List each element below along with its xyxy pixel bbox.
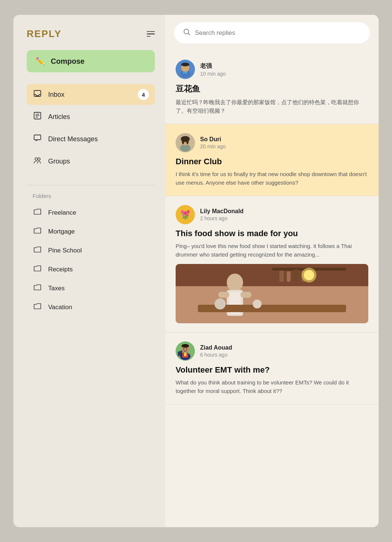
- inbox-icon: [33, 89, 42, 100]
- folder-label-taxes: Taxes: [48, 285, 64, 292]
- compose-label: Compose: [51, 57, 84, 66]
- svg-point-35: [227, 274, 243, 291]
- message-header: So Duri 20 min ago: [176, 133, 368, 152]
- message-card[interactable]: 老强 10 min ago 豆花鱼 最近忙吗？昨晚我去了你最爱的那家饭馆，点了他…: [165, 51, 379, 124]
- direct-messages-icon: [33, 134, 42, 144]
- svg-point-24: [187, 210, 190, 213]
- folder-item-receipts[interactable]: Receipts: [27, 260, 155, 278]
- sender-name: Ziad Aouad: [200, 344, 232, 351]
- avatar: [176, 341, 195, 361]
- folder-icon: [33, 303, 42, 311]
- svg-rect-41: [279, 271, 284, 282]
- svg-rect-14: [183, 72, 187, 74]
- sidebar: REPLY ✏️ Compose Inbox 4: [13, 15, 165, 527]
- sender-info: 老强 10 min ago: [200, 62, 226, 77]
- svg-line-9: [188, 33, 190, 35]
- search-bar-container: [165, 15, 379, 51]
- sender-info: Ziad Aouad 6 hours ago: [200, 344, 232, 358]
- groups-icon: [33, 156, 42, 166]
- message-preview: What do you think about training to be v…: [176, 379, 368, 395]
- sidebar-item-inbox[interactable]: Inbox 4: [27, 84, 155, 105]
- sidebar-header: REPLY: [27, 28, 155, 40]
- sender-name: So Duri: [200, 136, 226, 143]
- svg-point-58: [186, 348, 187, 350]
- message-header: Lily MacDonald 2 hours ago: [176, 205, 368, 224]
- app-container: REPLY ✏️ Compose Inbox 4: [0, 0, 392, 542]
- search-bar[interactable]: [174, 22, 370, 43]
- folder-item-vacation[interactable]: Vacation: [27, 298, 155, 316]
- message-header: Ziad Aouad 6 hours ago: [176, 341, 368, 361]
- message-image: [176, 264, 368, 323]
- svg-point-6: [35, 158, 38, 161]
- folder-item-taxes[interactable]: Taxes: [27, 279, 155, 297]
- svg-point-19: [182, 138, 184, 144]
- svg-rect-38: [218, 292, 229, 298]
- folder-item-freelance[interactable]: Freelance: [27, 204, 155, 222]
- message-subject: Dinner Club: [176, 157, 368, 166]
- inbox-label: Inbox: [48, 91, 64, 99]
- articles-icon: [33, 112, 42, 122]
- app-logo: REPLY: [27, 28, 62, 40]
- sidebar-item-direct-messages[interactable]: Direct Messages: [27, 129, 155, 149]
- svg-point-13: [181, 63, 189, 66]
- main-content: 老强 10 min ago 豆花鱼 最近忙吗？昨晚我去了你最爱的那家饭馆，点了他…: [165, 15, 379, 527]
- message-card[interactable]: Lily MacDonald 2 hours ago This food sho…: [165, 196, 379, 333]
- svg-rect-43: [293, 270, 299, 282]
- message-subject: This food show is made for you: [176, 229, 368, 238]
- folders-heading: Folders: [27, 193, 155, 199]
- message-preview: 最近忙吗？昨晚我去了你最爱的那家饭馆，点了他们的特色菜，吃着就想你了。有空咱们视…: [176, 98, 368, 115]
- folder-icon: [33, 227, 42, 236]
- sender-info: So Duri 20 min ago: [200, 136, 226, 149]
- avatar: [176, 205, 195, 224]
- menu-icon[interactable]: [147, 31, 155, 37]
- search-icon: [183, 28, 190, 37]
- menu-line-3: [147, 36, 150, 37]
- svg-rect-5: [34, 135, 41, 140]
- folder-icon: [33, 246, 42, 255]
- message-preview: Ping– you'd love this new food show I st…: [176, 242, 368, 259]
- groups-label: Groups: [48, 158, 70, 165]
- message-header: 老强 10 min ago: [176, 60, 368, 79]
- folder-item-pine-school[interactable]: Pine School: [27, 241, 155, 260]
- articles-label: Articles: [48, 113, 70, 121]
- inbox-badge: 4: [138, 89, 149, 100]
- svg-rect-39: [240, 292, 252, 298]
- avatar: [176, 133, 195, 152]
- folder-label-receipts: Receipts: [48, 266, 73, 273]
- message-preview: I think it's time for us to finally try …: [176, 170, 368, 187]
- folder-label-freelance: Freelance: [48, 209, 76, 217]
- avatar: [176, 60, 195, 79]
- sender-info: Lily MacDonald 2 hours ago: [200, 208, 243, 221]
- pencil-icon: ✏️: [36, 57, 45, 66]
- svg-point-22: [183, 211, 187, 215]
- svg-rect-42: [287, 271, 290, 282]
- time-ago: 2 hours ago: [200, 215, 243, 221]
- message-card[interactable]: So Duri 20 min ago Dinner Club I think i…: [165, 124, 379, 196]
- compose-button[interactable]: ✏️ Compose: [27, 50, 155, 72]
- menu-line-1: [147, 31, 155, 32]
- svg-point-7: [38, 158, 40, 161]
- svg-point-57: [183, 348, 185, 350]
- folder-items: Freelance Mortgage Pine School: [27, 204, 155, 316]
- nav-items: Inbox 4 Articles: [27, 84, 155, 172]
- time-ago: 10 min ago: [200, 71, 226, 77]
- search-input[interactable]: [195, 29, 361, 37]
- sidebar-item-articles[interactable]: Articles: [27, 106, 155, 127]
- svg-point-48: [253, 300, 262, 308]
- svg-point-50: [304, 270, 314, 280]
- message-image-inner: [176, 264, 368, 323]
- folder-label-vacation: Vacation: [48, 304, 72, 311]
- menu-line-2: [147, 33, 155, 34]
- folder-icon: [33, 284, 42, 293]
- folder-label-mortgage: Mortgage: [48, 228, 75, 235]
- message-subject: 豆花鱼: [176, 83, 368, 95]
- folder-item-mortgage[interactable]: Mortgage: [27, 222, 155, 241]
- svg-point-56: [182, 344, 189, 348]
- svg-point-47: [215, 298, 226, 310]
- divider: [27, 185, 155, 185]
- folder-icon: [33, 208, 42, 217]
- sender-name: Lily MacDonald: [200, 208, 243, 215]
- time-ago: 20 min ago: [200, 143, 226, 149]
- sidebar-item-groups[interactable]: Groups: [27, 151, 155, 172]
- message-card[interactable]: Ziad Aouad 6 hours ago Volunteer EMT wit…: [165, 333, 379, 404]
